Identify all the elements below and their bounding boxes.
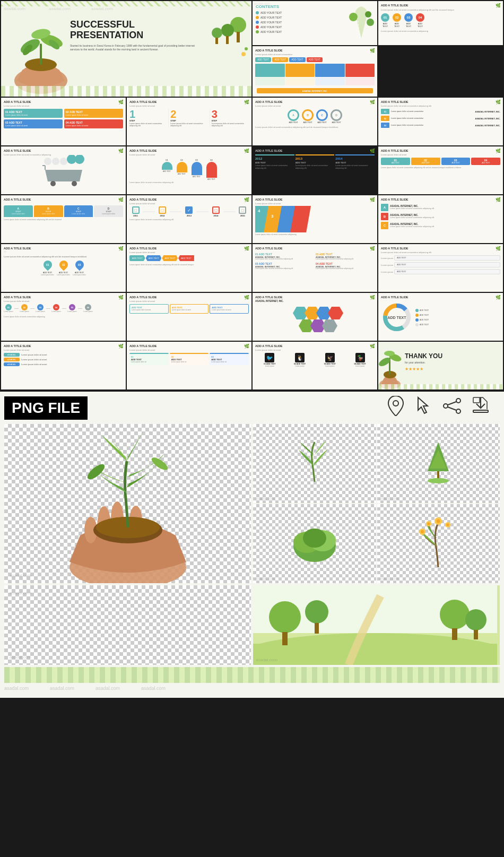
svg-point-86 (440, 600, 470, 629)
svg-point-17 (365, 11, 371, 18)
plant-hand-illustration (6, 12, 75, 91)
watermark: asadal.com (256, 657, 277, 662)
svg-point-18 (367, 19, 374, 26)
svg-rect-2 (40, 44, 42, 65)
svg-point-74 (428, 523, 430, 525)
svg-point-26 (50, 181, 56, 186)
watermark: asadal.com (256, 497, 275, 500)
watermark: asadal.com (10, 591, 31, 595)
slide-process: ADD A TITLE SLIDE 🌿 Lorem ipsum dolor si… (1, 342, 126, 389)
svg-rect-87 (452, 628, 457, 640)
svg-point-66 (428, 478, 449, 483)
road-illustration (348, 6, 375, 40)
slide-checkbox-timeline: ADD A TITLE SLIDE 🌿 Lorem ipsum dolor si… (127, 195, 251, 243)
slide-circles-text: ADD A TITLE SLIDE 🌿 Lorem ipsum dolor si… (253, 98, 377, 145)
svg-point-47 (444, 404, 448, 408)
slide-numbered-tags: ADD A TITLE SLIDE 🌿 Lorem ipsum dolor si… (378, 146, 503, 194)
svg-point-46 (393, 401, 398, 406)
watermark: asadal.com (10, 573, 31, 578)
slide-quote-pins: ADD A TITLE SLIDE 🌿 " Lorem ipsum dolor … (1, 244, 126, 292)
svg-point-10 (221, 24, 234, 37)
small-plants-grid: asadal.com asadal.com (253, 424, 500, 583)
svg-point-82 (269, 601, 301, 633)
slide-arrow-list: ADD A TITLE SLIDE 🌿 Lorem ipsum dolor si… (378, 98, 503, 145)
svg-point-16 (349, 13, 358, 21)
slide-three-col: ADD A TITLE SLIDE 🌿 Lorem ipsum dolor si… (127, 342, 251, 389)
watermark: asadal.com (256, 577, 275, 581)
plant-hand-png: asadal.com (4, 424, 251, 583)
slide-letter-list: ADD A TITLE SLIDE 🌿 A ASADAL INTERNET, I… (378, 195, 503, 243)
slide-numbered-colored: ADD A TITLE SLIDE 🌿 Lorem ipsum dolor si… (1, 98, 126, 145)
share-icon (442, 398, 462, 418)
slide-year-timeline: ADD A TITLE SLIDE 🌿 2012 ADD TEXT Lorem … (253, 146, 377, 194)
png-file-section: PNG FILE (0, 392, 504, 698)
presentation-title: SUCCESSFUL PRESENTATION Started its busi… (70, 20, 204, 52)
svg-marker-34 (322, 319, 337, 332)
svg-point-78 (447, 524, 449, 526)
svg-point-76 (437, 520, 440, 523)
slide-arch-timeline: ADD A TITLE SLIDE 🌿 Lorem ipsum dolor si… (127, 146, 251, 194)
svg-rect-83 (282, 632, 288, 645)
slide-text-boxes: ADD A TITLE SLIDE 🌿 Lorem ipsum dolor si… (378, 244, 503, 292)
svg-marker-31 (328, 307, 343, 319)
watermark: asadal.com (380, 497, 399, 500)
svg-rect-89 (474, 630, 478, 639)
slide-icon-row: ADD A TITLE SLIDE 🌿 Lorem ipsum dolor si… (253, 342, 377, 389)
grass-road-landscape: asadal.com (253, 585, 500, 665)
svg-point-61 (85, 462, 107, 482)
watermark: asadal.com (50, 686, 74, 691)
bottom-checkered-strip (4, 667, 500, 683)
slide-4boxes: ADD A TITLE SLIDE 🌿 Lorem ipsum dolor si… (253, 46, 377, 97)
svg-rect-11 (226, 36, 229, 44)
watermark: asadal.com (4, 6, 25, 11)
svg-rect-53 (473, 397, 480, 403)
watermark: asadal.com (91, 6, 113, 11)
slide-large-numbers: ADD A TITLE SLIDE 🌿 Lorem ipsum dolor si… (127, 98, 251, 145)
svg-point-12 (212, 28, 222, 38)
slide-folders: ADD A TITLE SLIDE 🌿 Lorem ipsum dolor si… (127, 293, 251, 341)
watermark: asadal.com (95, 686, 120, 691)
slide-step-abcd: ADD A TITLE SLIDE 🌿 A STEP Lorem ipsum d… (1, 195, 126, 243)
thank-you-slide: THANK YOU for your attention. ★★★★★ (378, 342, 503, 389)
svg-rect-9 (237, 32, 240, 42)
slide-arrow-steps: ADD A TITLE SLIDE 🌿 Lorem ipsum dolor si… (127, 244, 251, 292)
watermark: asadal.com (254, 2, 270, 5)
location-icon (387, 396, 404, 420)
svg-point-19 (44, 158, 51, 165)
svg-point-20 (52, 158, 59, 165)
svg-point-15 (245, 47, 248, 50)
watermark: asadal.com (141, 686, 166, 691)
svg-point-23 (75, 155, 84, 164)
svg-point-70 (303, 529, 326, 548)
svg-rect-81 (253, 644, 497, 665)
svg-point-14 (241, 52, 246, 56)
svg-point-88 (465, 609, 486, 630)
bottom-border (1, 86, 251, 97)
svg-point-45 (384, 351, 395, 356)
svg-rect-52 (473, 410, 488, 412)
svg-point-72 (421, 530, 424, 533)
svg-point-84 (305, 600, 328, 624)
slide-6step: ADD A TITLE SLIDE 🌿 Lorem ipsum dolor si… (1, 293, 126, 341)
slide-numbered-circles: ADD A TITLE SLIDE 🌿 Lorem ipsum dolor si… (378, 1, 503, 45)
svg-point-49 (456, 409, 460, 413)
cursor-icon (415, 396, 432, 419)
empty-checkerboard: asadal.com asadal.com (4, 585, 251, 665)
svg-text:ADD TEXT: ADD TEXT (388, 316, 407, 319)
svg-line-50 (448, 402, 456, 405)
svg-point-48 (456, 399, 460, 403)
slide-shopping-cart: ADD A TITLE SLIDE 🌿 Lorem ipsum dolor si… (1, 146, 126, 194)
slide-donut-chart: ADD A TITLE SLIDE 🌿 ADD TEXT ADD TEXT (378, 293, 503, 341)
watermark: asadal.com (380, 577, 399, 581)
watermark: asadal.com (4, 686, 29, 691)
png-file-label: PNG FILE (4, 396, 88, 420)
svg-rect-85 (315, 623, 319, 634)
svg-point-27 (72, 181, 77, 186)
download-icon (472, 396, 489, 419)
watermark: asadal.com (10, 655, 31, 660)
title-slide: asadal.com asadal.com asadal.com (1, 1, 251, 97)
slide-hexagons: ADD A TITLE SLIDE 🌿 ASADAL INTERNET, INC… (253, 293, 377, 341)
slide-diagonal: ADD A TITLE SLIDE 🌿 Lorem ipsum dolor si… (253, 195, 377, 243)
svg-rect-13 (215, 38, 218, 44)
svg-line-51 (448, 407, 456, 410)
